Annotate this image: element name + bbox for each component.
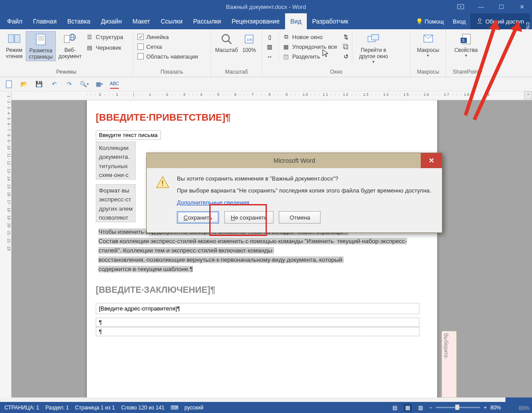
login-button[interactable]: Вход: [448, 18, 470, 25]
read-mode-button[interactable]: Режим чтения: [3, 31, 26, 60]
group-label-show: Показать: [136, 68, 208, 76]
status-lang-icon[interactable]: ⌨: [171, 405, 178, 411]
scroll-up-button[interactable]: ˄: [524, 91, 532, 99]
arrange-icon: ▦: [282, 43, 289, 50]
dialog-message-2: При выборе варианта "Не сохранять" после…: [177, 187, 433, 194]
tab-insert[interactable]: Вставка: [62, 13, 96, 29]
qat-new-icon[interactable]: [4, 80, 13, 89]
outline-button[interactable]: ☰Структура: [86, 32, 123, 42]
group-label-modes: Режимы: [3, 68, 130, 76]
tab-home[interactable]: Главная: [27, 13, 62, 29]
dont-save-button[interactable]: Не сохранять: [224, 211, 274, 224]
svg-point-2: [478, 19, 481, 21]
paragraph-2[interactable]: Формат·вы экспресс-ст других·элем позвол…: [96, 184, 136, 222]
new-window-button[interactable]: ⧉Новое окно: [282, 32, 337, 42]
tab-references[interactable]: Ссылки: [155, 13, 188, 29]
qat-find-icon[interactable]: 🔍▾: [80, 80, 89, 89]
qat-undo-icon[interactable]: ↶: [50, 80, 59, 89]
svg-text:100: 100: [246, 38, 253, 42]
zoom-out-button[interactable]: −: [429, 405, 432, 411]
document-page[interactable]: [ВВЕДИТЕ·ПРИВЕТСТВИЕ]¶ Введите текст пис…: [87, 100, 437, 397]
horizontal-ruler: · · · 2 · · · 1 · · · | · · · 1 · · · 2 …: [12, 91, 532, 100]
view-read-icon[interactable]: ▤: [392, 405, 397, 411]
heading-greeting[interactable]: [ВВЕДИТЕ·ПРИВЕТСТВИЕ]¶: [96, 112, 419, 123]
outer-zoom-label: 80%: [519, 405, 529, 411]
tab-review[interactable]: Рецензирование: [227, 13, 285, 29]
multi-page-icon[interactable]: ▥: [266, 42, 273, 51]
status-page[interactable]: СТРАНИЦА: 1: [4, 405, 39, 411]
tab-view[interactable]: Вид: [285, 13, 307, 29]
view-web-icon[interactable]: ▥: [418, 405, 423, 411]
tab-file[interactable]: Файл: [2, 13, 27, 29]
ruler-checkbox[interactable]: ✓Линейка: [137, 32, 198, 42]
margin-comment-box[interactable]: Выберите·: [442, 331, 457, 397]
share-button[interactable]: Общий доступ: [470, 13, 530, 29]
tab-developer[interactable]: Разработчик: [307, 13, 354, 29]
zoom-100-icon: 100: [242, 32, 256, 46]
person-icon: [477, 18, 483, 24]
zoom-in-button[interactable]: +: [484, 405, 487, 411]
view-side-icon[interactable]: ⿻: [342, 42, 349, 51]
zoom-button[interactable]: Масштаб: [214, 31, 239, 54]
paragraph-3[interactable]: Чтобы·изменить·вид·документа,·выберите·э…: [96, 227, 419, 275]
field-letter-body[interactable]: Введите текст письма: [96, 130, 161, 140]
workspace: · 1 · 2 · 3 · 4 · 5 · 6 · 7 · 8 · 9 · 10…: [0, 91, 532, 397]
outer-side-label: сть: [525, 22, 531, 30]
tab-design[interactable]: Дизайн: [96, 13, 127, 29]
macros-button[interactable]: Макросы▾: [413, 31, 443, 59]
properties-button[interactable]: S Свойства▾: [449, 31, 483, 59]
field-sender-address[interactable]: [Введите·адрес·отправителя]¶: [96, 303, 419, 314]
svg-rect-5: [36, 34, 45, 45]
titlebar: Важный документ.docx - Word — ☐ ✕: [0, 0, 532, 13]
arrange-all-button[interactable]: ▦Упорядочить все: [282, 42, 337, 51]
ribbon-collapse-button[interactable]: ˄: [478, 71, 486, 76]
switch-windows-button[interactable]: Перейти в другое окно▾: [354, 31, 392, 65]
page-layout-button[interactable]: Разметка страницы: [26, 31, 56, 61]
qat-save-icon[interactable]: 💾: [35, 80, 43, 89]
empty-para-2[interactable]: ¶: [96, 327, 419, 336]
zoom-control[interactable]: − + 80%: [429, 405, 501, 411]
one-page-icon[interactable]: ▯: [266, 32, 273, 42]
read-mode-icon: [7, 32, 21, 46]
zoom-slider[interactable]: [436, 407, 480, 408]
dialog-message-1: Вы хотите сохранить изменения в "Важный …: [177, 175, 433, 182]
gridlines-checkbox[interactable]: Сетка: [137, 42, 198, 51]
qat-spellcheck-icon[interactable]: ABC: [110, 80, 119, 89]
page-width-icon[interactable]: ↔: [266, 51, 273, 61]
qat-table-icon[interactable]: ▦▾: [95, 80, 104, 89]
status-bar: СТРАНИЦА: 1 Раздел: 1 Страница 1 из 1 Сл…: [0, 402, 505, 413]
tab-layout[interactable]: Макет: [127, 13, 156, 29]
empty-para-1[interactable]: ¶: [96, 318, 419, 327]
qat-redo-icon[interactable]: ↷: [65, 80, 74, 89]
magnifier-icon: [219, 32, 234, 46]
nav-pane-checkbox[interactable]: Область навигации: [137, 51, 198, 61]
status-page-of[interactable]: Страница 1 из 1: [75, 405, 115, 411]
zoom-100-button[interactable]: 100 100%: [239, 31, 259, 54]
view-print-icon[interactable]: ▦: [403, 404, 412, 412]
svg-text:!: !: [161, 180, 164, 187]
dialog-close-button[interactable]: ✕: [421, 153, 442, 168]
status-language[interactable]: русский: [184, 405, 203, 411]
help-button[interactable]: 💡Помощ: [411, 18, 448, 25]
paragraph-1[interactable]: Коллекции документа. титульных схем·они·…: [96, 142, 136, 180]
document-area[interactable]: [ВВЕДИТЕ·ПРИВЕТСТВИЕ]¶ Введите текст пис…: [12, 100, 532, 397]
status-section[interactable]: Раздел: 1: [45, 405, 69, 411]
zoom-value[interactable]: 80%: [490, 405, 501, 411]
window-title: Важный документ.docx - Word: [0, 4, 532, 10]
new-window-icon: ⧉: [282, 33, 289, 40]
warning-icon: !: [156, 175, 170, 189]
tab-mailings[interactable]: Рассылки: [188, 13, 227, 29]
qat-open-icon[interactable]: 📂: [20, 80, 28, 89]
heading-conclusion[interactable]: [ВВЕДИТЕ·ЗАКЛЮЧЕНИЕ]¶: [96, 285, 419, 295]
status-words[interactable]: Слово 120 из 141: [121, 405, 164, 411]
draft-button[interactable]: ▤Черновик: [86, 43, 123, 52]
web-layout-button[interactable]: Веб-документ: [56, 31, 84, 60]
dialog-more-info-link[interactable]: Дополнительные сведения: [177, 199, 249, 206]
cancel-button[interactable]: Отмена: [279, 211, 321, 224]
reset-pos-icon[interactable]: ↺: [342, 51, 349, 61]
split-button[interactable]: ◫Разделить: [282, 51, 337, 61]
svg-rect-23: [6, 81, 12, 88]
save-button[interactable]: Сохранить: [177, 211, 219, 224]
sync-scroll-icon[interactable]: ⇅: [342, 32, 349, 42]
group-label-zoom: Масштаб: [214, 68, 259, 76]
